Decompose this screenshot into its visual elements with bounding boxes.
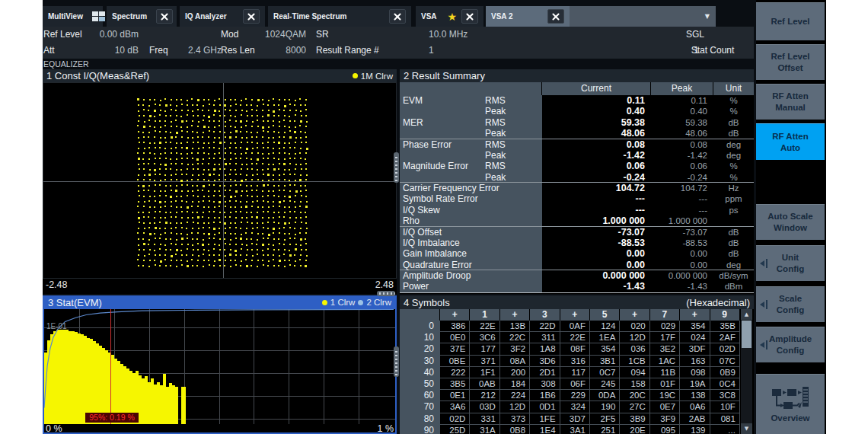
vertical-splitter-handle[interactable] (394, 152, 399, 183)
symbol-cell[interactable]: 0DA (590, 390, 620, 401)
symbol-cell[interactable]: 0C4 (710, 378, 740, 390)
symbol-cell[interactable]: 138 (680, 390, 710, 401)
symbol-cell[interactable]: 0C7 (590, 367, 620, 378)
percentile-marker-line[interactable] (110, 309, 111, 424)
symbols-panel-header[interactable]: 4 Symbols (Hexadecimal) (400, 295, 754, 309)
symbol-cell[interactable]: 190 (590, 401, 620, 413)
tab-vsa-2[interactable]: VSA 2 (486, 6, 570, 27)
symbol-cell[interactable]: 158 (620, 378, 649, 390)
symbol-cell[interactable]: 31A (470, 425, 499, 434)
ref-level-value[interactable]: 0.00 dBm (73, 27, 139, 43)
symbol-cell[interactable]: 2F5 (590, 413, 620, 425)
res-len-value[interactable]: 8000 (230, 43, 306, 59)
rf-atten-manual-button[interactable]: RF AttenManual (756, 84, 825, 120)
scale-config-button[interactable]: ScaleConfig (756, 286, 825, 322)
result-summary-header[interactable]: 2 Result Summary (400, 69, 754, 82)
ref-level-button[interactable]: Ref Level (756, 2, 825, 40)
symbol-cell[interactable]: 331 (470, 413, 499, 425)
freq-value[interactable]: 2.4 GHz (188, 43, 222, 59)
ref-level-offset-button[interactable]: Ref LevelOffset (756, 44, 825, 80)
symbol-cell[interactable]: 3F9 (650, 413, 680, 425)
symbol-cell[interactable]: 386 (440, 321, 470, 332)
rf-atten-auto-button[interactable]: RF AttenAuto (756, 123, 825, 160)
symbol-cell[interactable]: 13B (500, 321, 530, 332)
symbol-cell[interactable]: 095 (650, 425, 680, 434)
symbol-cell[interactable]: 20E (620, 425, 649, 434)
result-range-label[interactable]: Result Range # (316, 43, 379, 59)
tab-multiview[interactable]: MultiView (43, 6, 103, 27)
symbol-cell[interactable]: 22D (530, 321, 560, 332)
symbol-cell[interactable]: 37E (440, 343, 470, 355)
symbol-cell[interactable]: 07C (710, 356, 740, 367)
tab-close-icon[interactable] (547, 9, 564, 24)
symbol-cell[interactable]: 1AC (650, 356, 680, 367)
symbol-cell[interactable]: 1E4 (530, 425, 560, 434)
symbol-cell[interactable]: 094 (620, 367, 649, 378)
symbol-cell[interactable]: 0A6 (680, 401, 710, 413)
symbol-cell[interactable]: 22E (560, 332, 590, 343)
symbol-cell[interactable]: 0B8 (500, 425, 530, 434)
symbol-cell[interactable]: 029 (650, 321, 680, 332)
symbol-cell[interactable]: 117 (560, 367, 590, 378)
symbol-cell[interactable]: 0D1 (530, 401, 560, 413)
symbol-cell[interactable]: 212 (470, 390, 499, 401)
unit-config-button[interactable]: UnitConfig (756, 245, 825, 281)
symbol-cell[interactable]: 3F2 (500, 343, 530, 355)
symbol-cell[interactable]: 177 (470, 343, 499, 355)
symbol-cell[interactable]: 1B6 (530, 390, 560, 401)
symbol-cell[interactable]: 25D (440, 425, 470, 434)
stat-evm-panel-header[interactable]: 3 Stat(EVM) 1 Clrw 2 Clrw (44, 295, 395, 309)
symbol-cell[interactable]: 163 (680, 356, 710, 367)
result-range-value[interactable]: 1 (429, 43, 434, 59)
symbol-cell[interactable]: 024 (680, 332, 710, 343)
symbol-cell[interactable]: 308 (530, 378, 560, 390)
tab-vsa[interactable]: VSA★ (416, 6, 483, 27)
freq-label[interactable]: Freq (149, 43, 168, 59)
att-value[interactable]: 10 dB (73, 43, 139, 59)
symbol-cell[interactable]: 3D6 (530, 356, 560, 367)
scroll-down-icon[interactable]: ▼ (741, 423, 752, 434)
symbol-cell[interactable]: 224 (500, 390, 530, 401)
symbol-cell[interactable]: 3D7 (560, 413, 590, 425)
symbol-cell[interactable]: 0BE (440, 356, 470, 367)
symbol-cell[interactable]: 06F (560, 378, 590, 390)
symbol-cell[interactable]: 01F (650, 378, 680, 390)
symbol-cell[interactable]: 0E7 (650, 401, 680, 413)
symbol-cell[interactable]: 3DF (680, 343, 710, 355)
symbol-cell[interactable]: 3B1 (590, 356, 620, 367)
symbol-cell[interactable]: 373 (500, 413, 530, 425)
symbol-cell[interactable]: 03D (470, 401, 499, 413)
tab-dropdown-icon[interactable]: ▼ (705, 13, 710, 20)
symbol-cell[interactable]: 0B9 (710, 367, 740, 378)
symbol-cell[interactable]: 17F (650, 332, 680, 343)
symbol-cell[interactable]: 0E0 (440, 332, 470, 343)
symbol-cell[interactable]: 02D (710, 343, 740, 355)
auto-scale-window-button[interactable]: Auto ScaleWindow (756, 204, 825, 240)
symbol-cell[interactable]: 1CB (620, 356, 649, 367)
tab-spectrum[interactable]: Spectrum (107, 6, 177, 27)
constellation-panel-header[interactable]: 1 Const I/Q(Meas&Ref) 1M Clrw (43, 69, 397, 82)
scrollbar-thumb[interactable] (742, 321, 752, 348)
symbol-cell[interactable]: 02D (440, 413, 470, 425)
symbol-cell[interactable]: 371 (470, 356, 499, 367)
symbol-cell[interactable]: 036 (620, 343, 649, 355)
symbol-cell[interactable]: 22E (470, 321, 499, 332)
tab-real-time-spectrum[interactable]: Real-Time Spectrum (268, 6, 411, 27)
symbol-cell[interactable]: 35B (710, 321, 740, 332)
symbol-cell[interactable]: 12D (620, 332, 649, 343)
symbol-cell[interactable]: 1FE (530, 413, 560, 425)
symbol-cell[interactable]: 081 (710, 413, 740, 425)
symbol-cell[interactable]: 11B (650, 367, 680, 378)
symbol-cell[interactable]: 311 (530, 332, 560, 343)
symbol-cell[interactable]: 2AB (680, 413, 710, 425)
scroll-up-icon[interactable]: ▲ (741, 309, 752, 320)
tab-close-icon[interactable] (461, 9, 478, 24)
symbol-cell[interactable]: 1A8 (530, 343, 560, 355)
symbol-cell[interactable]: 3C8 (710, 390, 740, 401)
sr-value[interactable]: 10.0 MHz (429, 27, 468, 43)
tab-close-icon[interactable] (243, 9, 260, 24)
symbol-cell[interactable]: 245 (590, 378, 620, 390)
symbol-cell[interactable]: 1F1 (470, 367, 499, 378)
mod-value[interactable]: 1024QAM (230, 27, 306, 43)
symbol-cell[interactable]: 200 (500, 367, 530, 378)
